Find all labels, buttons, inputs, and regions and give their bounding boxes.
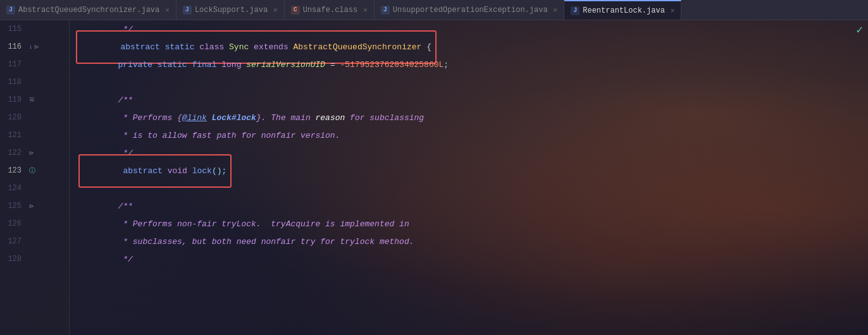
tab-locksupport[interactable]: J LockSupport.java ✕ (177, 0, 285, 20)
line-num-115: 115 (0, 25, 27, 34)
code-line-126: * Performs non-fair tryLock. tryAcquire … (76, 215, 868, 233)
code-121-content: * is to allow fast path for nonfair vers… (78, 131, 340, 140)
java-file-icon-2: J (183, 6, 192, 15)
gutter-icons-116: ↓ ⊳ (27, 42, 58, 52)
code-126-content: * Performs non-fair tryLock. tryAcquire … (78, 219, 409, 229)
tab-unsafe[interactable]: C Unsafe.class ✕ (285, 0, 375, 20)
bookmark-icon-122[interactable]: ⊳ (29, 149, 34, 158)
code-line-118 (76, 73, 868, 91)
code-line-124 (76, 180, 868, 197)
gutter-row-122: 122 ⊳ (0, 144, 69, 162)
tab-locksupport-label: LockSupport.java (195, 6, 268, 15)
line-num-119: 119 (0, 95, 27, 104)
code-line-119: /** (76, 91, 868, 109)
tab-reentrant-close[interactable]: ✕ (671, 6, 675, 15)
code-120-lockref: Lock#lock (212, 113, 256, 123)
gutter-row-117: 117 (0, 56, 69, 73)
tab-unsupported-label: UnsupportedOperationException.java (393, 6, 548, 15)
gutter-row-119: 119 ≡ (0, 91, 69, 109)
code-120-lock (207, 113, 212, 123)
gutter-icons-125: ⊳ (27, 202, 58, 211)
code-119-content: /** (78, 95, 133, 105)
gutter-row-127: 127 (0, 233, 69, 250)
line-number-gutter: 115 116 ↓ ⊳ 117 118 119 ≡ (0, 20, 70, 335)
code-116-abstract: abstract (120, 42, 164, 52)
code-116-static: static (165, 42, 200, 52)
gutter-row-125: 125 ⊳ (0, 197, 69, 215)
gutter-row-120: 120 (0, 109, 69, 126)
line-num-116: 116 (0, 42, 27, 51)
code-line-127: * subclasses, but both need nonfair try … (76, 233, 868, 250)
info-icon-123[interactable]: ⓘ (29, 166, 35, 175)
line-num-125: 125 (0, 202, 27, 210)
editor-checkmark: ✓ (856, 23, 863, 37)
line-num-124: 124 (0, 184, 27, 193)
tab-unsafe-close[interactable]: ✕ (363, 6, 368, 14)
code-line-123: abstract void lock(); (76, 162, 868, 180)
code-120-rest: }. The main (256, 113, 316, 123)
gutter-row-115: 115 (0, 20, 69, 38)
bookmark-icon-125[interactable]: ⊳ (29, 202, 34, 211)
code-120-for: for subclassing (345, 113, 424, 123)
tab-locksupport-close[interactable]: ✕ (273, 6, 278, 14)
code-area[interactable]: */ abstract static class Sync extends Ab… (70, 20, 868, 335)
code-117-static: static (158, 60, 192, 70)
code-125-content: /** (78, 202, 133, 211)
code-123-paren: () (212, 166, 222, 176)
code-123-lock: lock (192, 166, 212, 176)
code-116-extends: extends (254, 42, 293, 52)
tab-reentrant-label: ReentrantLock.java (583, 6, 665, 15)
tab-reentrant[interactable]: J ReentrantLock.java ✕ (564, 0, 681, 20)
folding-icon-119[interactable]: ≡ (29, 95, 34, 105)
code-116-brace: { (421, 42, 431, 52)
code-117-final: final (192, 60, 221, 70)
gutter-row-123: 123 ⓘ (0, 162, 69, 180)
editor: 115 116 ↓ ⊳ 117 118 119 ≡ (0, 20, 868, 335)
java-file-icon: J (6, 6, 15, 15)
tab-bar: J AbstractQueuedSynchronizer.java ✕ J Lo… (0, 0, 868, 20)
code-line-128: */ (76, 250, 868, 268)
gutter-row-128: 128 (0, 250, 69, 268)
line-num-127: 127 (0, 237, 27, 246)
gutter-row-116: 116 ↓ ⊳ (0, 38, 69, 56)
code-120-link: @link (182, 113, 207, 123)
code-line-125: /** (76, 197, 868, 215)
code-line-120: * Performs {@link Lock#lock}. The main r… (76, 109, 868, 126)
arrow-down-icon: ↓ (29, 44, 33, 51)
code-120-star: * Performs { (78, 113, 182, 123)
tab-abstract[interactable]: J AbstractQueuedSynchronizer.java ✕ (0, 0, 177, 20)
code-128-content: */ (78, 255, 133, 264)
code-line-121: * is to allow fast path for nonfair vers… (76, 126, 868, 144)
line-num-122: 122 (0, 149, 27, 157)
bookmark-icon-116[interactable]: ⊳ (34, 42, 39, 52)
gutter-row-126: 126 (0, 215, 69, 233)
tab-unsupported-close[interactable]: ✕ (554, 6, 558, 14)
line-num-120: 120 (0, 113, 27, 122)
code-line-117: private static final long serialVersionU… (76, 56, 868, 73)
gutter-row-118: 118 (0, 73, 69, 91)
gutter-icons-119: ≡ (27, 95, 58, 105)
code-124-content (78, 184, 84, 193)
code-117-long: long (221, 60, 246, 70)
code-116-class: class (199, 42, 229, 52)
java-file-icon-3: J (381, 6, 390, 15)
code-117-eq: = (325, 60, 340, 70)
gutter-icons-122: ⊳ (27, 149, 58, 158)
line-num-123: 123 (0, 166, 27, 175)
code-117-semi: ; (443, 60, 449, 70)
java-file-icon-4: J (571, 6, 580, 15)
line-num-126: 126 (0, 219, 27, 228)
gutter-icons-123: ⓘ (27, 166, 58, 175)
code-117-num: -5179523762034025860L (340, 60, 444, 70)
code-116-sync: Sync (229, 42, 254, 52)
code-123-abstract: abstract (123, 166, 167, 176)
tab-abstract-close[interactable]: ✕ (165, 6, 170, 14)
tab-unsafe-label: Unsafe.class (303, 6, 357, 15)
code-line-116: abstract static class Sync extends Abstr… (76, 38, 868, 56)
line-num-118: 118 (0, 78, 27, 87)
code-117-private: private (78, 60, 158, 70)
tab-unsupported[interactable]: J UnsupportedOperationException.java ✕ (375, 0, 564, 20)
gutter-row-124: 124 (0, 180, 69, 197)
code-118-content (78, 78, 84, 87)
gutter-row-121: 121 (0, 126, 69, 144)
